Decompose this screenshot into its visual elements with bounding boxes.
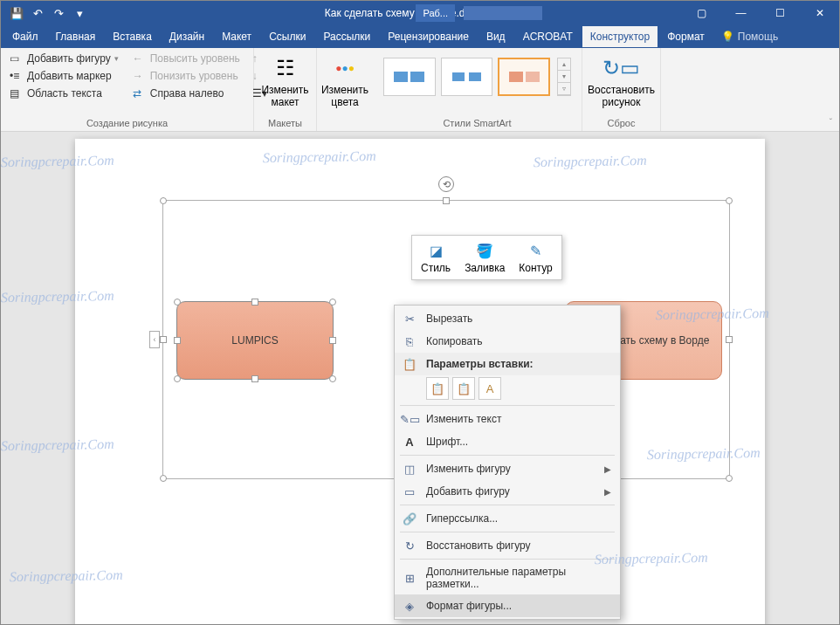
rtl-icon: ⇄ xyxy=(133,87,147,100)
handle-ne[interactable] xyxy=(726,197,733,204)
change-layout-button[interactable]: ☷ Изменить макет xyxy=(259,51,311,113)
ctx-edit-text-label: Изменить текст xyxy=(426,413,501,425)
change-colors-button[interactable]: ●●● Изменить цвета xyxy=(322,51,368,113)
shape-handle[interactable] xyxy=(329,375,336,382)
shape-handle[interactable] xyxy=(329,337,336,344)
mini-outline-button[interactable]: ✎Контур xyxy=(512,237,559,278)
shape-handle[interactable] xyxy=(251,299,258,306)
style-item-1[interactable] xyxy=(383,58,436,96)
ctx-change-shape[interactable]: ◫Изменить фигуру▶ xyxy=(395,457,620,480)
ribbon-group-create: ▭Добавить фигуру ▾ •≡Добавить маркер ▤Об… xyxy=(1,48,254,131)
paste-option-3[interactable]: A xyxy=(479,377,501,400)
ribbon-options-icon[interactable]: ▢ xyxy=(682,1,721,25)
handle-sw[interactable] xyxy=(160,475,167,482)
edit-text-icon: ✎▭ xyxy=(402,412,417,426)
paste-option-1[interactable]: 📋 xyxy=(426,377,449,400)
ribbon-group-layouts: ☷ Изменить макет Макеты xyxy=(254,48,317,131)
tab-constructor[interactable]: Конструктор xyxy=(582,26,658,47)
outline-icon: ✎ xyxy=(527,241,546,260)
add-bullet-icon: •≡ xyxy=(10,70,24,82)
hyperlink-icon: 🔗 xyxy=(402,512,417,525)
shape-handle[interactable] xyxy=(174,337,181,344)
shape-handle[interactable] xyxy=(174,375,181,382)
text-pane-toggle-icon[interactable]: ‹ xyxy=(149,331,160,348)
reset-shape-icon: ↻ xyxy=(402,539,417,553)
tab-acrobat[interactable]: ACROBAT xyxy=(515,26,581,47)
tab-design[interactable]: Дизайн xyxy=(162,26,212,47)
fill-icon: 🪣 xyxy=(475,241,494,260)
add-bullet-label: Добавить маркер xyxy=(27,70,112,82)
maximize-icon[interactable]: ☐ xyxy=(761,1,800,25)
save-icon[interactable]: 💾 xyxy=(8,4,25,22)
tab-layout[interactable]: Макет xyxy=(214,26,259,47)
ctx-layout-options[interactable]: ⊞Дополнительные параметры разметки... xyxy=(395,561,620,594)
promote-icon: ← xyxy=(133,52,147,65)
contextual-tab-header: Раб... xyxy=(416,4,542,22)
mini-toolbar: ◪Стиль 🪣Заливка ✎Контур xyxy=(411,235,562,280)
ctx-cut[interactable]: ✂Вырезать xyxy=(395,307,620,330)
shape-handle[interactable] xyxy=(251,375,258,382)
ctx-cut-label: Вырезать xyxy=(426,312,472,325)
tab-file[interactable]: Файл xyxy=(4,26,46,47)
tab-insert[interactable]: Вставка xyxy=(105,26,160,47)
handle-e[interactable] xyxy=(726,336,733,343)
submenu-arrow-icon: ▶ xyxy=(604,487,611,497)
text-pane-button[interactable]: ▤Область текста xyxy=(6,86,122,101)
gallery-up-icon[interactable]: ▴ xyxy=(558,58,570,71)
ribbon-change-colors: ●●● Изменить цвета xyxy=(317,48,373,131)
ctx-format-shape[interactable]: ◈Формат фигуры... xyxy=(395,594,620,617)
shape-left[interactable]: LUMPICS xyxy=(176,301,334,380)
ctx-copy[interactable]: ⎘Копировать xyxy=(395,330,620,353)
close-icon[interactable]: ✕ xyxy=(800,1,839,25)
mini-style-button[interactable]: ◪Стиль xyxy=(414,237,458,278)
add-shape-button[interactable]: ▭Добавить фигуру ▾ xyxy=(6,51,122,66)
redo-icon[interactable]: ↷ xyxy=(50,4,67,22)
page[interactable]: ⟲ ‹ LUMPICS Как сделать схе xyxy=(75,139,765,624)
undo-icon[interactable]: ↶ xyxy=(29,4,46,22)
handle-w[interactable] xyxy=(160,336,167,343)
gallery-spinner[interactable]: ▴▾▿ xyxy=(557,58,571,96)
rotate-handle-icon[interactable]: ⟲ xyxy=(438,176,454,192)
gallery-down-icon[interactable]: ▾ xyxy=(558,71,570,83)
collapse-ribbon-icon[interactable]: ˇ xyxy=(830,118,832,127)
handle-se[interactable] xyxy=(726,475,733,482)
ribbon: ▭Добавить фигуру ▾ •≡Добавить маркер ▤Об… xyxy=(1,48,839,132)
change-layout-label: Изменить макет xyxy=(261,84,308,109)
tab-mailings[interactable]: Рассылки xyxy=(315,26,378,47)
tab-format[interactable]: Формат xyxy=(659,26,713,47)
separator xyxy=(400,505,615,505)
shape-handle[interactable] xyxy=(174,299,181,306)
add-shape-ctx-icon: ▭ xyxy=(402,484,417,498)
document-view: ⟲ ‹ LUMPICS Как сделать схе xyxy=(1,132,839,624)
ctx-change-shape-label: Изменить фигуру xyxy=(426,463,511,475)
tab-home[interactable]: Главная xyxy=(48,26,104,47)
reset-graphic-button[interactable]: ↻▭ Восстановить рисунок xyxy=(588,51,655,113)
ctx-font[interactable]: AШрифт... xyxy=(395,430,620,453)
handle-nw[interactable] xyxy=(160,197,167,204)
minimize-icon[interactable]: — xyxy=(721,1,761,25)
ctx-reset-shape[interactable]: ↻Восстановить фигуру xyxy=(395,534,620,557)
ctx-add-shape[interactable]: ▭Добавить фигуру▶ xyxy=(395,480,620,503)
context-menu: ✂Вырезать ⎘Копировать 📋Параметры вставки… xyxy=(394,305,621,620)
gallery-more-icon[interactable]: ▿ xyxy=(558,83,570,95)
tab-review[interactable]: Рецензирование xyxy=(380,26,477,47)
tab-references[interactable]: Ссылки xyxy=(261,26,313,47)
paste-option-2[interactable]: 📋 xyxy=(452,377,475,400)
ctx-add-shape-label: Добавить фигуру xyxy=(426,485,510,498)
qat-more-icon[interactable]: ▾ xyxy=(71,4,88,22)
style-item-2[interactable] xyxy=(441,58,493,96)
mini-fill-button[interactable]: 🪣Заливка xyxy=(458,237,512,278)
add-shape-label: Добавить фигуру xyxy=(27,52,111,65)
handle-n[interactable] xyxy=(443,197,450,204)
tell-me-label: Помощь xyxy=(738,31,778,43)
style-item-3-selected[interactable] xyxy=(498,58,550,96)
font-icon: A xyxy=(402,435,417,449)
add-bullet-button[interactable]: •≡Добавить маркер xyxy=(6,68,122,84)
rtl-button[interactable]: ⇄Справа налево xyxy=(129,86,244,101)
ctx-edit-text[interactable]: ✎▭Изменить текст xyxy=(395,408,620,430)
tell-me[interactable]: 💡Помощь xyxy=(721,31,778,43)
shape-handle[interactable] xyxy=(329,299,336,306)
shape-left-text: LUMPICS xyxy=(231,334,278,347)
tab-view[interactable]: Вид xyxy=(479,26,513,47)
ctx-hyperlink[interactable]: 🔗Гиперссылка... xyxy=(395,507,620,530)
